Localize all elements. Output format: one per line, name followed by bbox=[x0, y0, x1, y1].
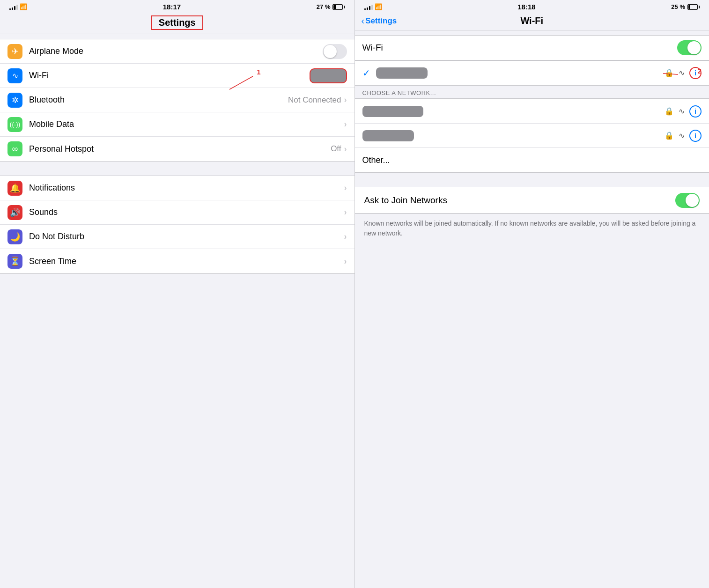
bluetooth-label: Bluetooth bbox=[29, 95, 288, 105]
status-bar-right: 📶 18:18 25 % bbox=[355, 0, 709, 13]
left-panel: 📶 18:17 27 % Settings 1 bbox=[0, 0, 354, 588]
connectivity-section: ✈ Airplane Mode ∿ Wi-Fi ✲ Blu bbox=[0, 39, 354, 162]
sounds-label: Sounds bbox=[29, 207, 344, 217]
notifications-chevron: › bbox=[344, 183, 347, 193]
bluetooth-row[interactable]: ✲ Bluetooth Not Connected › bbox=[0, 88, 354, 112]
settings-header: Settings bbox=[0, 13, 354, 34]
signal-area: 📶 bbox=[9, 3, 27, 10]
network-2-icons: 🔒 ∿ i bbox=[665, 130, 702, 142]
lock-icon-2: 🔒 bbox=[665, 131, 674, 140]
wifi-main-label: Wi-Fi bbox=[362, 43, 678, 53]
wifi-signal-connected: ∿ bbox=[679, 68, 685, 77]
battery-area-right: 25 % bbox=[671, 3, 700, 10]
back-label: Settings bbox=[365, 16, 397, 26]
wifi-icon: ∿ bbox=[7, 68, 22, 83]
wifi-nav-header: ‹ Settings Wi-Fi bbox=[355, 13, 709, 30]
wifi-status-icon: 📶 bbox=[20, 3, 27, 10]
wifi-toggle-row[interactable]: Wi-Fi bbox=[355, 36, 709, 60]
airplane-mode-row[interactable]: ✈ Airplane Mode bbox=[0, 39, 354, 64]
do-not-disturb-label: Do Not Disturb bbox=[29, 232, 344, 242]
checkmark-icon: ✓ bbox=[362, 67, 370, 79]
airplane-mode-icon: ✈ bbox=[7, 44, 22, 59]
preferences-section: 🔔 Notifications › 🔊 Sounds › 🌙 Do Not Di… bbox=[0, 176, 354, 274]
bluetooth-value: Not Connected bbox=[288, 96, 341, 105]
available-networks-section: 🔒 ∿ i 🔒 ∿ i Other... bbox=[355, 99, 709, 173]
choose-network-header: CHOOSE A NETWORK... bbox=[355, 86, 709, 99]
status-time-left: 18:17 bbox=[163, 3, 181, 11]
section-gap-1 bbox=[0, 162, 354, 176]
right-panel: 📶 18:18 25 % ‹ Settings Wi-Fi Wi-Fi bbox=[355, 0, 709, 588]
back-chevron-icon: ‹ bbox=[362, 15, 365, 26]
airplane-mode-label: Airplane Mode bbox=[29, 46, 323, 56]
screen-time-icon: ⏳ bbox=[7, 254, 22, 269]
notifications-icon: 🔔 bbox=[7, 181, 22, 196]
ask-to-join-section: Ask to Join Networks bbox=[355, 187, 709, 214]
status-bar-left: 📶 18:17 27 % bbox=[0, 0, 354, 13]
mobile-data-icon: ((·)) bbox=[7, 117, 22, 132]
wifi-gap-middle bbox=[355, 173, 709, 187]
connected-network-icons: 🔒 ∿ i bbox=[665, 67, 702, 79]
bluetooth-chevron: › bbox=[344, 95, 347, 105]
settings-title: Settings bbox=[159, 17, 196, 28]
network-name-1 bbox=[362, 106, 423, 117]
settings-title-box: Settings bbox=[151, 15, 203, 30]
other-network-label: Other... bbox=[362, 155, 390, 165]
other-network-row[interactable]: Other... bbox=[355, 148, 709, 172]
wifi-signal-2: ∿ bbox=[679, 131, 685, 140]
notifications-label: Notifications bbox=[29, 183, 344, 193]
annotation-marker-2: 2 bbox=[698, 67, 702, 75]
wifi-page-title: Wi-Fi bbox=[520, 15, 543, 26]
signal-bars-icon bbox=[9, 4, 18, 10]
battery-percent-right: 25 % bbox=[671, 3, 685, 10]
airplane-mode-toggle[interactable] bbox=[323, 44, 347, 59]
annotation-marker-1: 1 bbox=[257, 68, 260, 76]
connected-network-wrapper: 2 ✓ 🔒 ∿ i bbox=[355, 60, 709, 86]
bluetooth-icon: ✲ bbox=[7, 93, 22, 108]
ask-to-join-toggle[interactable] bbox=[675, 193, 700, 208]
wifi-toggle-section: Wi-Fi bbox=[355, 35, 709, 60]
wifi-right-icon: 📶 bbox=[375, 3, 382, 10]
network-row-2[interactable]: 🔒 ∿ i bbox=[355, 124, 709, 148]
back-button[interactable]: ‹ Settings bbox=[362, 15, 397, 26]
wifi-gap-top bbox=[355, 30, 709, 35]
mobile-data-row[interactable]: ((·)) Mobile Data › bbox=[0, 112, 354, 137]
lock-icon-1: 🔒 bbox=[665, 107, 674, 116]
connected-network-name bbox=[376, 67, 428, 79]
personal-hotspot-chevron: › bbox=[344, 144, 347, 154]
battery-area-left: 27 % bbox=[317, 3, 345, 10]
personal-hotspot-row[interactable]: ∞ Personal Hotspot Off › bbox=[0, 137, 354, 161]
section-gap-2 bbox=[0, 274, 354, 288]
do-not-disturb-row[interactable]: 🌙 Do Not Disturb › bbox=[0, 225, 354, 249]
mobile-data-label: Mobile Data bbox=[29, 119, 344, 129]
notifications-row[interactable]: 🔔 Notifications › bbox=[0, 176, 354, 200]
screen-time-row[interactable]: ⏳ Screen Time › bbox=[0, 249, 354, 273]
connected-network-row[interactable]: ✓ 🔒 ∿ i bbox=[355, 61, 709, 85]
ask-to-join-row[interactable]: Ask to Join Networks bbox=[355, 187, 709, 213]
first-section-wrapper: 1 ✈ Airplane Mode ∿ Wi-Fi bbox=[0, 39, 354, 162]
sounds-row[interactable]: 🔊 Sounds › bbox=[0, 200, 354, 225]
info-button-2[interactable]: i bbox=[689, 130, 702, 142]
network-name-2 bbox=[362, 130, 414, 141]
wifi-signal-1: ∿ bbox=[679, 107, 685, 116]
wifi-main-toggle[interactable] bbox=[677, 40, 702, 55]
battery-icon-right bbox=[687, 4, 700, 10]
ask-to-join-footnote: Known networks will be joined automatica… bbox=[355, 214, 709, 243]
do-not-disturb-chevron: › bbox=[344, 232, 347, 242]
screen-time-chevron: › bbox=[344, 257, 347, 266]
sounds-chevron: › bbox=[344, 207, 347, 217]
signal-bars-right bbox=[364, 4, 373, 10]
do-not-disturb-icon: 🌙 bbox=[7, 229, 22, 244]
status-time-right: 18:18 bbox=[517, 3, 535, 11]
network-1-icons: 🔒 ∿ i bbox=[665, 105, 702, 118]
battery-icon-left bbox=[332, 4, 345, 10]
battery-percent-left: 27 % bbox=[317, 3, 331, 10]
connected-network-section: ✓ 🔒 ∿ i bbox=[355, 60, 709, 86]
info-button-1[interactable]: i bbox=[689, 105, 702, 118]
wifi-row[interactable]: ∿ Wi-Fi bbox=[0, 64, 354, 88]
lock-icon-connected: 🔒 bbox=[665, 68, 674, 77]
sounds-icon: 🔊 bbox=[7, 205, 22, 220]
network-row-1[interactable]: 🔒 ∿ i bbox=[355, 99, 709, 124]
screen-time-label: Screen Time bbox=[29, 257, 344, 266]
personal-hotspot-value: Off bbox=[331, 144, 341, 154]
wifi-label: Wi-Fi bbox=[29, 71, 310, 81]
